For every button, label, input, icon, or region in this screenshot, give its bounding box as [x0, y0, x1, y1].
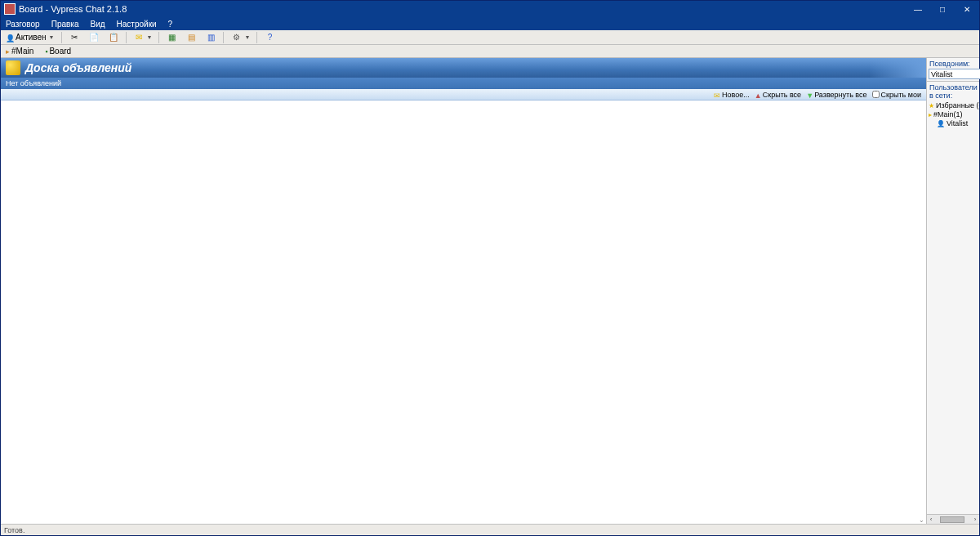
expand-icon: ▼ [806, 92, 813, 98]
collapse-icon: ▲ [755, 92, 761, 98]
grid-a-icon: ▦ [166, 32, 177, 43]
hide-mine-checkbox[interactable] [872, 91, 880, 98]
settings-dropdown-button[interactable]: ⚙▼ [227, 30, 253, 45]
menu-bar: Разговор Правка Вид Настройки ? [1, 17, 979, 30]
tab-label: Board [49, 47, 71, 56]
scissors-icon: ✂ [69, 32, 80, 43]
grid-b-icon: ▤ [185, 32, 197, 43]
action-hide-mine[interactable]: Скрыть мои [872, 91, 921, 99]
separator [256, 32, 257, 43]
tool-c-button[interactable]: ▥ [202, 30, 220, 45]
main-area: Доска объявлений Нет объявлений ✉ Новое.… [1, 58, 927, 524]
sidebar: Псевдоним: ↻ Пользователи в сети: ★ Избр… [927, 58, 979, 524]
board-icon: ▪ [45, 47, 47, 56]
menu-view[interactable]: Вид [87, 19, 108, 29]
tab-board[interactable]: ▪ Board [42, 47, 74, 56]
copy-icon: 📄 [88, 32, 100, 43]
star-icon: ★ [929, 102, 934, 109]
scroll-left-icon[interactable]: ‹ [927, 516, 935, 523]
action-new-label: Новое... [722, 91, 750, 99]
scroll-right-icon[interactable]: › [971, 516, 979, 523]
app-window: Board - Vypress Chat 2.1.8 — □ ✕ Разгово… [0, 0, 980, 536]
menu-conversation[interactable]: Разговор [2, 19, 43, 29]
action-hide-all[interactable]: ▲ Скрыть все [755, 91, 801, 99]
tab-main[interactable]: ▸ #Main [2, 47, 37, 56]
vertical-scrollbar[interactable]: ⌄ [916, 100, 926, 524]
user-status-icon [6, 34, 14, 42]
new-icon: ✉ [714, 92, 720, 98]
channel-label: #Main(1) [933, 110, 963, 118]
action-hide-mine-label: Скрыть мои [881, 91, 921, 99]
separator [61, 32, 62, 43]
menu-edit[interactable]: Правка [48, 19, 82, 29]
close-button[interactable]: ✕ [955, 1, 979, 17]
body: Доска объявлений Нет объявлений ✉ Новое.… [1, 58, 979, 524]
tool-a-button[interactable]: ▦ [163, 30, 180, 45]
sidebar-horizontal-scrollbar[interactable]: ‹ › [927, 514, 979, 524]
tab-label: #Main [11, 47, 33, 56]
nickname-label: Псевдоним: [927, 58, 979, 68]
tabs-bar: ▸ #Main ▪ Board [1, 45, 979, 58]
help-icon: ? [264, 32, 275, 43]
star-new-icon: ✉ [133, 32, 145, 43]
status-text: Готов. [4, 526, 24, 534]
scroll-thumb[interactable] [940, 516, 964, 523]
cut-button[interactable]: ✂ [65, 30, 83, 45]
channel-icon: ▸ [6, 47, 10, 56]
users-tree: ★ Избранные (0) ▸ #Main(1) 👤 Vitalist [927, 100, 979, 514]
dropdown-icon: ▼ [49, 34, 55, 40]
grid-c-icon: ▥ [205, 32, 216, 43]
action-hide-all-label: Скрыть все [763, 91, 801, 99]
board-header-icon [6, 60, 20, 75]
status-label: Активен [16, 33, 47, 42]
board-content [1, 100, 926, 524]
app-icon [4, 3, 16, 15]
nickname-input[interactable] [929, 69, 980, 79]
action-expand-all[interactable]: ▼ Развернуть все [806, 91, 866, 99]
separator [126, 32, 127, 43]
new-message-button[interactable]: ✉▼ [130, 30, 156, 45]
help-button[interactable]: ? [261, 30, 278, 45]
user-label: Vitalist [947, 119, 968, 127]
board-title: Доска объявлений [25, 61, 131, 74]
tree-user-vitalist[interactable]: 👤 Vitalist [929, 119, 978, 128]
minimize-button[interactable]: — [906, 1, 930, 17]
separator [223, 32, 224, 43]
action-expand-all-label: Развернуть все [814, 91, 866, 99]
paste-button[interactable]: 📋 [105, 30, 122, 45]
separator [158, 32, 159, 43]
toolbar: Активен ▼ ✂ 📄 📋 ✉▼ ▦ ▤ ▥ ⚙▼ ? [1, 30, 979, 45]
menu-help[interactable]: ? [165, 19, 176, 29]
board-header: Доска объявлений [1, 58, 926, 78]
tree-favorites[interactable]: ★ Избранные (0) [929, 101, 978, 110]
dropdown-icon: ▼ [244, 34, 250, 40]
maximize-button[interactable]: □ [930, 1, 955, 17]
window-title: Board - Vypress Chat 2.1.8 [19, 4, 906, 14]
board-action-bar: ✉ Новое... ▲ Скрыть все ▼ Развернуть все… [1, 89, 926, 100]
status-dropdown[interactable]: Активен ▼ [2, 31, 58, 43]
status-bar: Готов. [1, 524, 979, 535]
users-online-label: Пользователи в сети: [927, 82, 979, 100]
favorites-label: Избранные (0) [936, 101, 979, 109]
scroll-down-icon[interactable]: ⌄ [916, 516, 926, 524]
nickname-row: ↻ [927, 68, 979, 82]
tool-b-button[interactable]: ▤ [182, 30, 200, 45]
title-bar: Board - Vypress Chat 2.1.8 — □ ✕ [1, 1, 979, 17]
paste-icon: 📋 [108, 32, 119, 43]
action-new[interactable]: ✉ Новое... [714, 91, 750, 99]
user-icon: 👤 [937, 120, 945, 127]
dropdown-icon: ▼ [147, 34, 153, 40]
copy-button[interactable]: 📄 [85, 30, 103, 45]
channel-icon: ▸ [929, 111, 932, 118]
board-subheader: Нет объявлений [1, 78, 926, 89]
gear-icon: ⚙ [230, 32, 242, 43]
board-empty-message: Нет объявлений [6, 79, 61, 87]
menu-settings[interactable]: Настройки [114, 19, 160, 29]
tree-channel-main[interactable]: ▸ #Main(1) [929, 110, 978, 119]
